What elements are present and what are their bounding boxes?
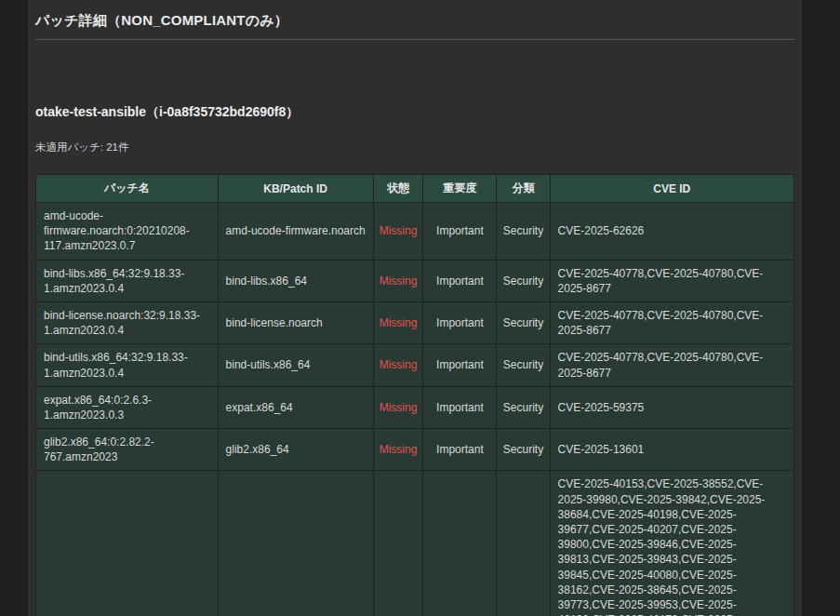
patch-detail-panel: パッチ詳細（NON_COMPLIANTのみ） otake-test-ansibl… [28, 0, 802, 616]
table-header-row: パッチ名 KB/Patch ID 状態 重要度 分類 CVE ID [36, 175, 794, 203]
instance-title: otake-test-ansible（i-0a8f35732bd2690f8） [35, 103, 794, 120]
kb-patch-id-cell: amd-ucode-firmware.noarch [218, 203, 373, 261]
severity-cell: Important [423, 203, 497, 261]
kb-patch-id-cell: bind-utils.x86_64 [218, 344, 373, 386]
severity-cell [423, 471, 497, 616]
classification-cell: Security [497, 344, 550, 386]
table-row: amd-ucode-firmware.noarch:0:20210208-117… [36, 203, 794, 261]
table-row: CVE-2025-40153,CVE-2025-38552,CVE-2025-3… [36, 471, 794, 616]
patch-table: パッチ名 KB/Patch ID 状態 重要度 分類 CVE ID amd-uc… [35, 174, 794, 616]
status-cell: Missing [373, 344, 423, 386]
classification-cell: Security [497, 429, 550, 471]
patch-table-body: amd-ucode-firmware.noarch:0:20210208-117… [36, 203, 794, 616]
cve-id-cell: CVE-2025-40778,CVE-2025-40780,CVE-2025-8… [550, 344, 793, 386]
patch-name-cell: bind-utils.x86_64:32:9.18.33-1.amzn2023.… [36, 344, 219, 386]
classification-cell [497, 471, 550, 616]
severity-cell: Important [423, 386, 497, 428]
classification-cell: Security [497, 386, 550, 428]
column-header-status: 状態 [373, 175, 423, 203]
column-header-patch-name: パッチ名 [36, 175, 219, 203]
cve-id-cell: CVE-2025-40778,CVE-2025-40780,CVE-2025-8… [550, 301, 793, 343]
table-row: glib2.x86_64:0:2.82.2-767.amzn2023glib2.… [36, 429, 794, 471]
kb-patch-id-cell: bind-license.noarch [218, 301, 373, 343]
cve-id-cell: CVE-2025-59375 [550, 386, 793, 428]
severity-cell: Important [423, 344, 497, 386]
column-header-kb-patch-id: KB/Patch ID [218, 175, 373, 203]
status-cell: Missing [373, 260, 423, 301]
column-header-cve-id: CVE ID [550, 175, 793, 203]
severity-cell: Important [423, 429, 497, 471]
kb-patch-id-cell: bind-libs.x86_64 [218, 260, 373, 301]
patch-table-head: パッチ名 KB/Patch ID 状態 重要度 分類 CVE ID [36, 175, 794, 203]
status-cell: Missing [373, 203, 423, 261]
status-cell: Missing [373, 429, 423, 471]
patch-name-cell: expat.x86_64:0:2.6.3-1.amzn2023.0.3 [36, 386, 219, 428]
cve-id-cell: CVE-2025-40153,CVE-2025-38552,CVE-2025-3… [550, 471, 793, 616]
cve-id-cell: CVE-2025-62626 [550, 203, 793, 261]
kb-patch-id-cell: glib2.x86_64 [218, 429, 373, 471]
cve-id-cell: CVE-2025-13601 [550, 429, 793, 471]
page-title: パッチ詳細（NON_COMPLIANTのみ） [35, 11, 794, 29]
table-row: bind-libs.x86_64:32:9.18.33-1.amzn2023.0… [36, 260, 794, 301]
patch-name-cell: bind-libs.x86_64:32:9.18.33-1.amzn2023.0… [36, 260, 219, 301]
column-header-classification: 分類 [497, 175, 550, 203]
patch-name-cell: bind-license.noarch:32:9.18.33-1.amzn202… [36, 301, 219, 343]
severity-cell: Important [423, 260, 497, 301]
kb-patch-id-cell [218, 471, 373, 616]
severity-cell: Important [423, 301, 497, 343]
pending-patch-count: 未適用パッチ: 21件 [35, 141, 794, 154]
table-row: bind-license.noarch:32:9.18.33-1.amzn202… [36, 301, 794, 343]
patch-name-cell [36, 471, 219, 616]
title-divider [35, 39, 794, 40]
classification-cell: Security [497, 301, 550, 343]
status-cell: Missing [373, 301, 423, 343]
table-row: bind-utils.x86_64:32:9.18.33-1.amzn2023.… [36, 344, 794, 386]
status-cell [373, 471, 423, 616]
patch-name-cell: glib2.x86_64:0:2.82.2-767.amzn2023 [36, 429, 219, 471]
kb-patch-id-cell: expat.x86_64 [218, 386, 373, 428]
classification-cell: Security [497, 260, 550, 301]
column-header-severity: 重要度 [423, 175, 497, 203]
status-cell: Missing [373, 386, 423, 428]
classification-cell: Security [497, 203, 550, 261]
patch-name-cell: amd-ucode-firmware.noarch:0:20210208-117… [36, 203, 219, 261]
table-row: expat.x86_64:0:2.6.3-1.amzn2023.0.3expat… [36, 386, 794, 428]
cve-id-cell: CVE-2025-40778,CVE-2025-40780,CVE-2025-8… [550, 260, 793, 301]
